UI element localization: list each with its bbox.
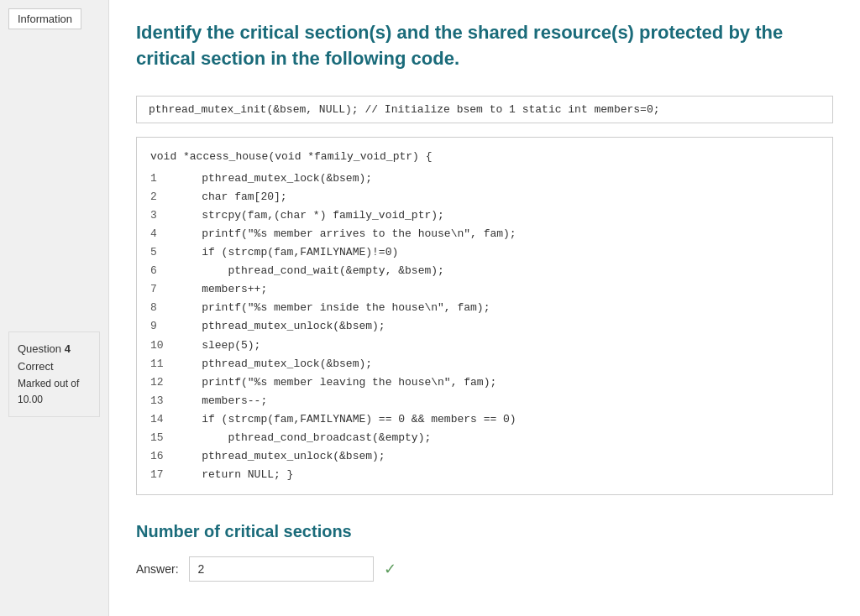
main-content: Identify the critical section(s) and the…	[109, 0, 860, 616]
line-code: printf("%s member inside the house\n", f…	[176, 299, 819, 317]
line-number: 16	[150, 447, 176, 466]
line-number: 8	[150, 299, 176, 317]
status-correct: Correct	[18, 358, 91, 376]
answer-input[interactable]	[189, 556, 374, 582]
line-number: 17	[150, 466, 176, 484]
line-code: printf("%s member arrives to the house\n…	[176, 225, 819, 243]
code-header: void *access_house(void *family_void_ptr…	[150, 148, 819, 166]
line-number: 2	[150, 188, 176, 206]
code-line-row: 3 strcpy(fam,(char *) family_void_ptr);	[150, 206, 819, 225]
line-code: members++;	[176, 280, 819, 299]
code-line-row: 5 if (strcmp(fam,FAMILYNAME)!=0)	[150, 243, 819, 262]
line-number: 11	[150, 355, 176, 373]
status-marked: Marked out of 10.00	[18, 376, 91, 408]
line-number: 14	[150, 410, 176, 429]
code-line-row: 1 pthread_mutex_lock(&bsem);	[150, 170, 819, 188]
line-code: pthread_cond_wait(&empty, &bsem);	[176, 262, 819, 280]
information-button[interactable]: Information	[8, 8, 81, 29]
code-line-row: 7 members++;	[150, 280, 819, 299]
code-line-row: 17 return NULL; }	[150, 466, 819, 484]
line-code: if (strcmp(fam,FAMILYNAME)!=0)	[176, 243, 819, 262]
code-block: void *access_house(void *family_void_ptr…	[136, 137, 833, 496]
code-line-row: 16 pthread_mutex_unlock(&bsem);	[150, 447, 819, 466]
line-code: char fam[20];	[176, 188, 819, 206]
line-code: pthread_mutex_lock(&bsem);	[176, 170, 819, 188]
code-line-row: 6 pthread_cond_wait(&empty, &bsem);	[150, 262, 819, 280]
line-number: 13	[150, 392, 176, 410]
question-status-box: Question 4 Correct Marked out of 10.00	[8, 331, 100, 417]
code-line-row: 4 printf("%s member arrives to the house…	[150, 225, 819, 243]
answer-section-title: Number of critical sections	[136, 522, 833, 541]
line-code: members--;	[176, 392, 819, 410]
line-number: 6	[150, 262, 176, 280]
question-title: Identify the critical section(s) and the…	[136, 20, 833, 72]
sidebar: Information Question 4 Correct Marked ou…	[0, 0, 109, 616]
code-line-row: 15 pthread_cond_broadcast(&empty);	[150, 429, 819, 447]
line-number: 10	[150, 337, 176, 355]
code-line-row: 8 printf("%s member inside the house\n",…	[150, 299, 819, 317]
code-single-line: pthread_mutex_init(&bsem, NULL); // Init…	[136, 96, 833, 123]
line-number: 12	[150, 373, 176, 392]
line-code: pthread_cond_broadcast(&empty);	[176, 429, 819, 447]
line-code: sleep(5);	[176, 337, 819, 355]
line-number: 5	[150, 243, 176, 262]
check-icon: ✓	[384, 560, 396, 578]
code-line-row: 13 members--;	[150, 392, 819, 410]
line-number: 15	[150, 429, 176, 447]
answer-label: Answer:	[136, 562, 179, 576]
line-number: 1	[150, 170, 176, 188]
question-number-label: Question 4	[18, 341, 91, 358]
answer-section: Number of critical sections Answer: ✓	[136, 522, 833, 582]
line-number: 9	[150, 317, 176, 336]
line-number: 3	[150, 206, 176, 225]
line-code: strcpy(fam,(char *) family_void_ptr);	[176, 206, 819, 225]
question-number: 4	[65, 342, 71, 355]
code-line-row: 10 sleep(5);	[150, 337, 819, 355]
line-code: pthread_mutex_lock(&bsem);	[176, 355, 819, 373]
answer-row: Answer: ✓	[136, 556, 833, 582]
line-code: pthread_mutex_unlock(&bsem);	[176, 317, 819, 336]
code-line-row: 2 char fam[20];	[150, 188, 819, 206]
line-code: if (strcmp(fam,FAMILYNAME) == 0 && membe…	[176, 410, 819, 429]
line-code: printf("%s member leaving the house\n", …	[176, 373, 819, 392]
code-line-row: 11 pthread_mutex_lock(&bsem);	[150, 355, 819, 373]
line-number: 7	[150, 280, 176, 299]
code-line-row: 14 if (strcmp(fam,FAMILYNAME) == 0 && me…	[150, 410, 819, 429]
line-code: pthread_mutex_unlock(&bsem);	[176, 447, 819, 466]
line-number: 4	[150, 225, 176, 243]
code-line-row: 12 printf("%s member leaving the house\n…	[150, 373, 819, 392]
code-lines: 1 pthread_mutex_lock(&bsem);2 char fam[2…	[150, 170, 819, 485]
line-code: return NULL; }	[176, 466, 819, 484]
code-line-row: 9 pthread_mutex_unlock(&bsem);	[150, 317, 819, 336]
